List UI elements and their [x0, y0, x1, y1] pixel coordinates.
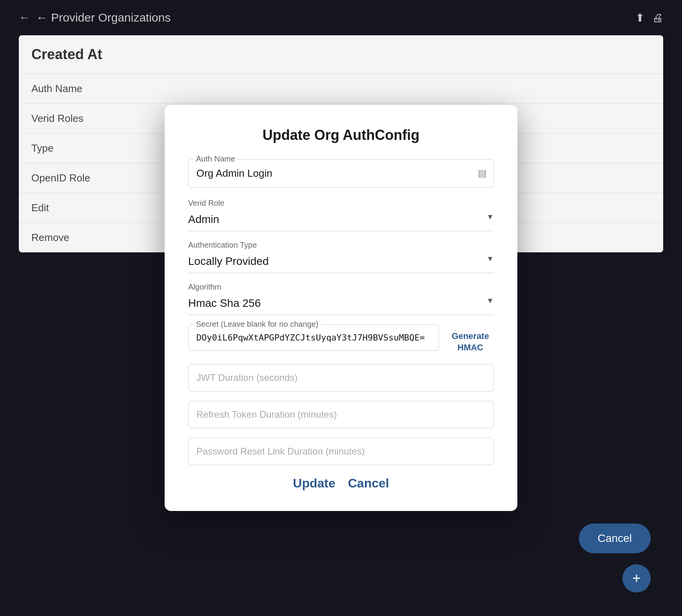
secret-field: Secret (Leave blank for no change) — [188, 324, 439, 351]
auth-name-field: Auth Name ▤ — [188, 159, 494, 188]
cancel-button[interactable]: Cancel — [348, 476, 389, 491]
auth-type-select[interactable]: Locally Provided OpenID Connect SAML — [188, 251, 494, 273]
auth-type-label: Authentication Type — [188, 241, 494, 250]
secret-row: Secret (Leave blank for no change) Gener… — [188, 324, 494, 353]
algorithm-label: Algorithm — [188, 283, 494, 292]
password-reset-link-duration-input[interactable] — [188, 438, 494, 465]
update-button[interactable]: Update — [293, 476, 335, 491]
generate-hmac-button[interactable]: GenerateHMAC — [447, 324, 494, 353]
modal-footer: Update Cancel — [188, 476, 494, 491]
algorithm-select[interactable]: Hmac Sha 256 Hmac Sha 512 RSA — [188, 293, 494, 315]
list-icon: ▤ — [478, 168, 487, 179]
modal-title: Update Org AuthConfig — [188, 127, 494, 143]
algorithm-field: Algorithm Hmac Sha 256 Hmac Sha 512 RSA … — [188, 283, 494, 315]
verid-role-select[interactable]: Admin User Manager — [188, 209, 494, 231]
verid-role-label: Verid Role — [188, 199, 494, 208]
verid-role-field: Verid Role Admin User Manager ▾ — [188, 199, 494, 231]
auth-name-label: Auth Name — [194, 154, 238, 163]
jwt-duration-input[interactable] — [188, 364, 494, 391]
modal-dialog: Update Org AuthConfig Auth Name ▤ Verid … — [165, 105, 517, 511]
secret-label: Secret (Leave blank for no change) — [194, 320, 321, 329]
refresh-token-duration-input[interactable] — [188, 401, 494, 428]
auth-type-field: Authentication Type Locally Provided Ope… — [188, 241, 494, 273]
